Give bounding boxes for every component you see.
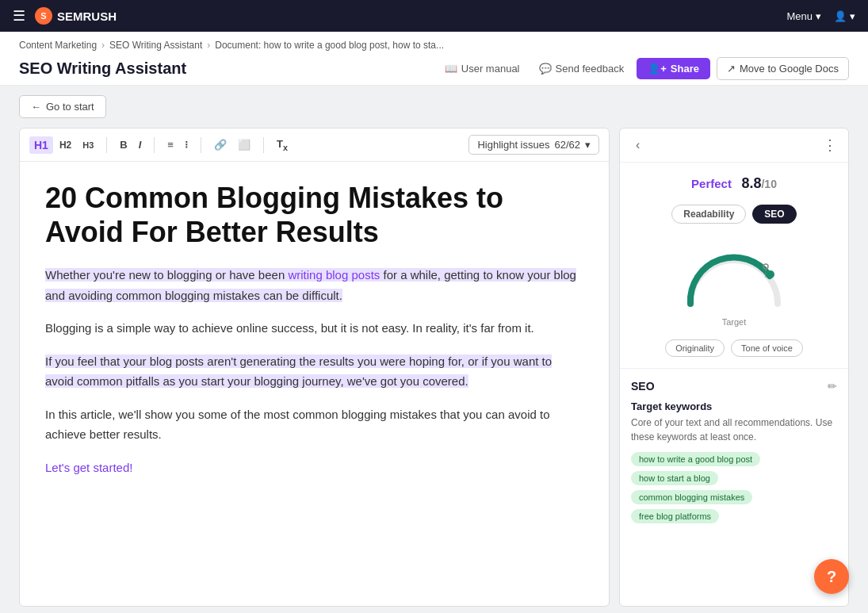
right-panel: ‹ ⋮ Perfect 8.8/10 Readability SEO xyxy=(619,128,849,607)
arrow-left-icon: ← xyxy=(31,101,41,113)
toolbar-separator-3 xyxy=(201,137,201,153)
highlight-issues-label: Highlight issues xyxy=(477,139,549,151)
tab-originality[interactable]: Originality xyxy=(665,339,725,357)
panel-menu-button[interactable]: ⋮ xyxy=(823,136,837,154)
menu-chevron-icon: ▾ xyxy=(816,10,821,22)
seo-section: SEO ✏ Target keywords Core of your text … xyxy=(620,368,848,534)
logo-text: SEMRUSH xyxy=(57,10,117,23)
editor-panel: H1 H2 H3 B I ≡ ⁝ 🔗 ⬜ Tx Highlight is xyxy=(19,128,610,607)
go-to-start-button[interactable]: ← Go to start xyxy=(19,95,106,118)
highlight-chevron-icon: ▾ xyxy=(585,139,591,151)
main-area: H1 H2 H3 B I ≡ ⁝ 🔗 ⬜ Tx Highlight is xyxy=(0,128,868,613)
paragraph-3-text: If you feel that your blog posts aren't … xyxy=(45,354,552,389)
highlight-count-badge: 62/62 xyxy=(554,139,580,151)
menu-button[interactable]: Menu ▾ xyxy=(786,10,821,22)
gauge-svg xyxy=(679,236,790,316)
help-icon: ? xyxy=(827,568,836,586)
link-button[interactable]: 🔗 xyxy=(209,136,231,153)
sub-bar: ← Go to start xyxy=(0,86,868,128)
edit-icon[interactable]: ✏ xyxy=(828,380,837,393)
paragraph-1: Whether you're new to blogging or have b… xyxy=(45,265,583,305)
logo-icon: S xyxy=(35,7,52,25)
document-title: 20 Common Blogging Mistakes to Avoid For… xyxy=(45,181,583,249)
move-to-docs-button[interactable]: ↗ Move to Google Docs xyxy=(717,57,849,80)
keyword-tags: how to write a good blog post how to sta… xyxy=(631,452,837,523)
share-icon: 👤+ xyxy=(648,63,667,75)
clear-format-button[interactable]: Tx xyxy=(272,136,293,155)
page-title: SEO Writing Assistant xyxy=(19,59,186,78)
paragraph-3: If you feel that your blog posts aren't … xyxy=(45,351,583,392)
toolbar-separator-4 xyxy=(263,137,264,153)
panel-collapse-button[interactable]: ‹ xyxy=(631,136,644,154)
target-keywords-label: Target keywords xyxy=(631,400,837,412)
toolbar-separator-2 xyxy=(154,137,155,153)
gauge-chart: Target xyxy=(620,230,848,333)
bold-button[interactable]: B xyxy=(115,136,132,153)
breadcrumb: Content Marketing › SEO Writing Assistan… xyxy=(19,40,849,51)
book-icon: 📖 xyxy=(445,63,457,75)
target-keywords-description: Core of your text and all recommendation… xyxy=(631,416,837,444)
heading-group: H1 H2 H3 xyxy=(29,136,98,154)
editor-content[interactable]: 20 Common Blogging Mistakes to Avoid For… xyxy=(20,162,609,606)
breadcrumb-content-marketing[interactable]: Content Marketing xyxy=(19,40,97,51)
paragraph-5: Let's get started! xyxy=(45,458,583,478)
top-navigation: ☰ S SEMRUSH Menu ▾ 👤 ▾ xyxy=(0,0,868,32)
highlight-issues-select[interactable]: Highlight issues 62/62 ▾ xyxy=(468,135,599,155)
score-perfect-label: Perfect xyxy=(691,177,732,190)
h3-button[interactable]: H3 xyxy=(78,138,98,152)
image-button[interactable]: ⬜ xyxy=(233,136,255,153)
h1-button[interactable]: H1 xyxy=(29,136,53,154)
bottom-tabs-row: Originality Tone of voice xyxy=(620,333,848,368)
seo-title: SEO xyxy=(631,380,655,393)
editor-toolbar: H1 H2 H3 B I ≡ ⁝ 🔗 ⬜ Tx Highlight is xyxy=(20,128,609,162)
score-section: Perfect 8.8/10 xyxy=(620,163,848,198)
paragraph-2: Blogging is a simple way to achieve onli… xyxy=(45,318,583,339)
help-button[interactable]: ? xyxy=(814,559,849,594)
tab-seo[interactable]: SEO xyxy=(752,205,796,224)
italic-button[interactable]: I xyxy=(134,136,147,153)
hamburger-icon[interactable]: ☰ xyxy=(13,7,25,25)
tab-tone-of-voice[interactable]: Tone of voice xyxy=(731,339,803,357)
keyword-tag-4: free blog platforms xyxy=(631,509,719,523)
tab-readability[interactable]: Readability xyxy=(671,205,746,224)
gauge-target-label: Target xyxy=(722,317,747,327)
svg-point-0 xyxy=(767,270,774,278)
score-value: 8.8 xyxy=(741,175,761,191)
lets-get-started-link[interactable]: Let's get started! xyxy=(45,461,132,474)
insert-group: 🔗 ⬜ xyxy=(209,136,255,153)
user-manual-button[interactable]: 📖 User manual xyxy=(438,59,526,78)
breadcrumb-document: Document: how to write a good blog post,… xyxy=(215,40,444,51)
user-menu-button[interactable]: 👤 ▾ xyxy=(834,10,855,22)
seo-header: SEO ✏ xyxy=(631,380,837,393)
paragraph-4: In this article, we'll show you some of … xyxy=(45,404,583,445)
breadcrumb-separator-2: › xyxy=(207,40,210,51)
keyword-tag-2: how to start a blog xyxy=(631,471,718,485)
score-tabs-row: Readability SEO xyxy=(620,198,848,230)
breadcrumb-bar: Content Marketing › SEO Writing Assistan… xyxy=(0,32,868,86)
list-group: ≡ ⁝ xyxy=(163,136,193,153)
send-feedback-button[interactable]: 💬 Send feedback xyxy=(533,59,631,78)
right-panel-header: ‹ ⋮ xyxy=(620,128,848,163)
breadcrumb-seo-writing-assistant[interactable]: SEO Writing Assistant xyxy=(109,40,202,51)
ordered-list-button[interactable]: ≡ xyxy=(163,136,178,153)
keyword-tag-3: common blogging mistakes xyxy=(631,490,752,504)
breadcrumb-separator: › xyxy=(101,40,105,51)
score-denom: /10 xyxy=(761,178,776,190)
writing-blog-posts-link[interactable]: writing blog posts xyxy=(288,268,380,282)
semrush-logo: S SEMRUSH xyxy=(35,7,117,25)
user-avatar-icon: 👤 xyxy=(834,10,847,22)
docs-icon: ↗ xyxy=(727,63,736,75)
h2-button[interactable]: H2 xyxy=(55,137,76,153)
feedback-icon: 💬 xyxy=(539,63,552,75)
unordered-list-button[interactable]: ⁝ xyxy=(180,136,193,153)
user-chevron-icon: ▾ xyxy=(850,10,855,22)
toolbar-separator-1 xyxy=(106,137,107,153)
keyword-tag-1: how to write a good blog post xyxy=(631,452,760,466)
format-group: B I xyxy=(115,136,146,153)
share-button[interactable]: 👤+ Share xyxy=(637,58,710,79)
paragraph-1-text: Whether you're new to blogging or have b… xyxy=(45,268,576,302)
